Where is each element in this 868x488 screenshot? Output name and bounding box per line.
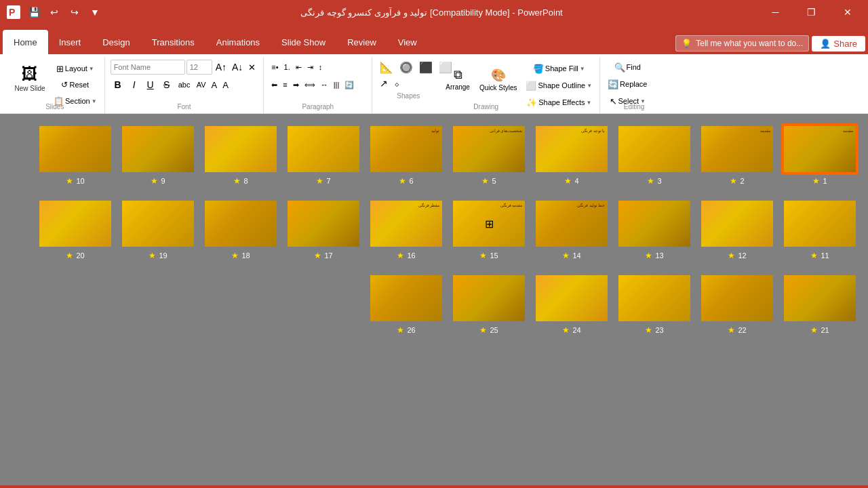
slide-bg-22 (701, 275, 773, 321)
numbering-btn[interactable]: 1. (282, 60, 292, 75)
new-slide-button[interactable]: 🖼 New Slide (11, 58, 49, 98)
tab-slideshow[interactable]: Slide Show (271, 30, 336, 54)
tab-home[interactable]: Home (3, 30, 48, 54)
font-highlight-btn[interactable]: A (220, 77, 231, 92)
slide-item-7[interactable]: ★7 (286, 125, 361, 186)
slide-meta-21: ★21 (810, 325, 829, 335)
find-button[interactable]: 🔍 Find (606, 60, 649, 75)
slide-thumb-12 (700, 199, 774, 248)
slide-text-16: مقطر فرنگی (373, 203, 439, 209)
clear-format-btn[interactable]: ✕ (246, 60, 258, 75)
slide-item-13[interactable]: ★13 (617, 199, 692, 260)
slide-meta-15: ★15 (479, 251, 498, 260)
restore-btn[interactable]: ❐ (796, 0, 827, 24)
tell-me-search[interactable]: 💡 Tell me what you want to do... (675, 35, 809, 52)
customize-quick-access-btn[interactable]: ▼ (87, 4, 103, 20)
bold-btn[interactable]: B (111, 77, 125, 92)
slide-number-3: 3 (657, 177, 661, 185)
align-right-btn[interactable]: ➡ (291, 77, 301, 92)
slide-item-17[interactable]: ★17 (286, 199, 361, 260)
slide-number-19: 19 (159, 251, 167, 260)
slide-item-25[interactable]: ★25 (452, 274, 526, 335)
reset-button[interactable]: ↺ Reset (52, 77, 99, 92)
slide-item-15[interactable]: مقدمه فرنگی⊞★15 (452, 199, 526, 260)
slide-item-23[interactable]: ★23 (617, 274, 692, 335)
slide-item-26[interactable]: ★26 (369, 274, 443, 335)
shape-5[interactable]: ↗ (378, 76, 390, 91)
tab-animations[interactable]: Animations (205, 30, 271, 54)
underline-btn[interactable]: U (143, 77, 158, 92)
slide-item-4[interactable]: با توجه فرنگی★4 (534, 125, 609, 186)
text-direction-btn[interactable]: ↔ (319, 77, 330, 92)
font-size-input[interactable] (186, 60, 212, 75)
slide-item-3[interactable]: ★3 (617, 125, 692, 186)
replace-button[interactable]: 🔄 Replace (606, 77, 649, 92)
star-icon-7: ★ (316, 176, 323, 186)
slide-item-21[interactable]: ★21 (783, 274, 857, 335)
minimize-btn[interactable]: ─ (760, 0, 791, 24)
shapes-label: Shapes (378, 92, 439, 100)
tab-transitions[interactable]: Transitions (141, 30, 205, 54)
slide-item-20[interactable]: ★20 (38, 199, 113, 260)
tab-view[interactable]: View (387, 30, 428, 54)
slide-item-9[interactable]: ★9 (121, 125, 195, 186)
columns-btn[interactable]: ||| (332, 77, 342, 92)
decrease-font-size-btn[interactable]: A↓ (230, 60, 245, 75)
redo-btn[interactable]: ↪ (66, 4, 83, 20)
slide-item-6[interactable]: تولید★6 (369, 125, 443, 186)
slide-meta-18: ★18 (231, 251, 250, 260)
star-icon-16: ★ (397, 251, 404, 260)
shape-2[interactable]: 🔘 (397, 60, 415, 75)
slide-item-1[interactable]: مقدمه★1 (783, 125, 857, 186)
char-spacing-btn[interactable]: AV (195, 77, 208, 92)
font-name-input[interactable] (111, 60, 185, 75)
shape-outline-button[interactable]: ⬜ Shape Outline ▼ (524, 78, 594, 93)
slide-meta-20: ★20 (66, 251, 84, 260)
slide-item-8[interactable]: ★8 (203, 125, 278, 186)
slide-item-2[interactable]: مقدمه★2 (700, 125, 774, 186)
slide-item-10[interactable]: ★10 (38, 125, 113, 186)
tab-design[interactable]: Design (92, 30, 140, 54)
decrease-indent-btn[interactable]: ⇤ (294, 60, 304, 75)
italic-btn[interactable]: I (127, 77, 142, 92)
close-btn[interactable]: ✕ (832, 0, 863, 24)
line-spacing-btn[interactable]: ↕ (317, 60, 325, 75)
undo-btn[interactable]: ↩ (46, 4, 62, 20)
slide-bg-23 (618, 275, 690, 321)
slide-bg-25 (453, 275, 525, 321)
font-color-btn[interactable]: A (209, 77, 219, 92)
shape-1[interactable]: 📐 (378, 60, 395, 75)
align-center-btn[interactable]: ≡ (281, 77, 289, 92)
shape-6[interactable]: ⬦ (392, 76, 401, 91)
slide-item-16[interactable]: مقطر فرنگی★16 (369, 199, 443, 260)
slide-item-14[interactable]: خط تولید فرنگی★14 (534, 199, 609, 260)
star-icon-26: ★ (397, 325, 404, 335)
shape-fill-button[interactable]: 🪣 Shape Fill ▼ (524, 61, 594, 76)
strikethrough-btn[interactable]: S (159, 77, 174, 92)
slide-item-22[interactable]: ★22 (700, 274, 774, 335)
slide-item-18[interactable]: ★18 (203, 199, 278, 260)
increase-font-size-btn[interactable]: A↑ (214, 60, 229, 75)
bullets-btn[interactable]: ≡• (269, 60, 280, 75)
quick-styles-button[interactable]: 🎨 Quick Styles (477, 60, 520, 99)
tab-review[interactable]: Review (336, 30, 387, 54)
slide-number-26: 26 (407, 326, 415, 334)
layout-button[interactable]: ⊞ Layout ▼ (52, 61, 99, 76)
slide-item-5[interactable]: شخصیت‌های فرانی★5 (452, 125, 526, 186)
slide-item-24[interactable]: ★24 (534, 274, 609, 335)
slide-meta-14: ★14 (562, 251, 580, 260)
increase-indent-btn[interactable]: ⇥ (305, 60, 315, 75)
share-button[interactable]: 👤 Share (812, 36, 865, 52)
slide-panel[interactable]: مقدمه★1مقدمه★2★3با توجه فرنگی★4شخصیت‌های… (0, 114, 868, 485)
align-left-btn[interactable]: ⬅ (269, 77, 279, 92)
arrange-button[interactable]: ⧉ Arrange (443, 60, 473, 99)
shadow-btn[interactable]: abc (176, 77, 193, 92)
slide-item-19[interactable]: ★19 (121, 199, 195, 260)
smart-art-convert-btn[interactable]: 🔄 (342, 77, 356, 92)
tab-insert[interactable]: Insert (48, 30, 92, 54)
slide-item-12[interactable]: ★12 (700, 199, 774, 260)
shape-3[interactable]: ⬛ (417, 60, 435, 75)
slide-item-11[interactable]: ★11 (783, 199, 857, 260)
justify-btn[interactable]: ⟺ (302, 77, 317, 92)
save-quick-btn[interactable]: 💾 (26, 4, 42, 20)
